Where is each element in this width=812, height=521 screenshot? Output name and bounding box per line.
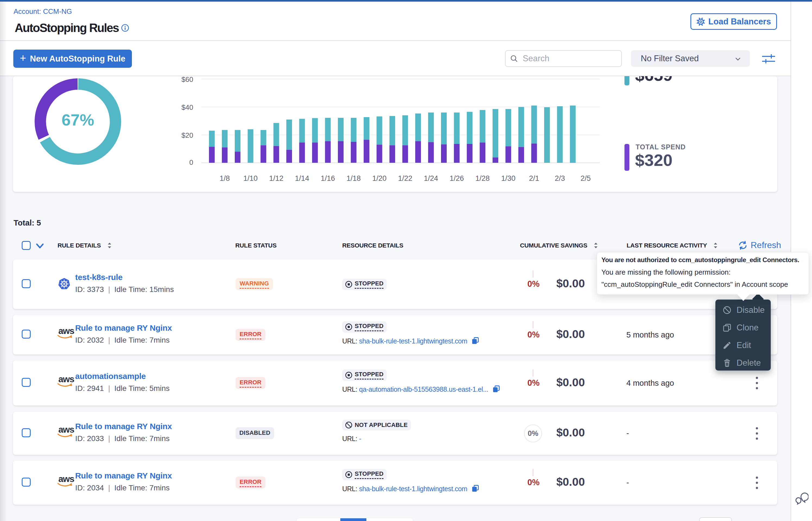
svg-text:0: 0	[189, 158, 193, 166]
svg-text:2/3: 2/3	[555, 174, 565, 182]
svg-text:1/20: 1/20	[372, 174, 387, 182]
svg-text:1/16: 1/16	[321, 174, 335, 182]
svg-text:1/22: 1/22	[398, 174, 412, 182]
svg-text:1/8: 1/8	[219, 174, 230, 182]
svg-text:1/14: 1/14	[295, 174, 309, 182]
svg-text:2/1: 2/1	[529, 174, 539, 182]
svg-text:1/30: 1/30	[501, 174, 516, 182]
svg-text:$20: $20	[181, 131, 193, 139]
svg-text:1/12: 1/12	[269, 174, 284, 182]
svg-text:1/24: 1/24	[424, 174, 438, 182]
svg-text:$60: $60	[181, 75, 193, 84]
svg-text:2/5: 2/5	[580, 174, 591, 182]
svg-text:1/26: 1/26	[450, 174, 464, 182]
svg-text:$40: $40	[181, 103, 193, 111]
svg-text:1/18: 1/18	[346, 174, 361, 182]
svg-text:1/28: 1/28	[475, 174, 490, 182]
svg-text:1/10: 1/10	[243, 174, 258, 182]
